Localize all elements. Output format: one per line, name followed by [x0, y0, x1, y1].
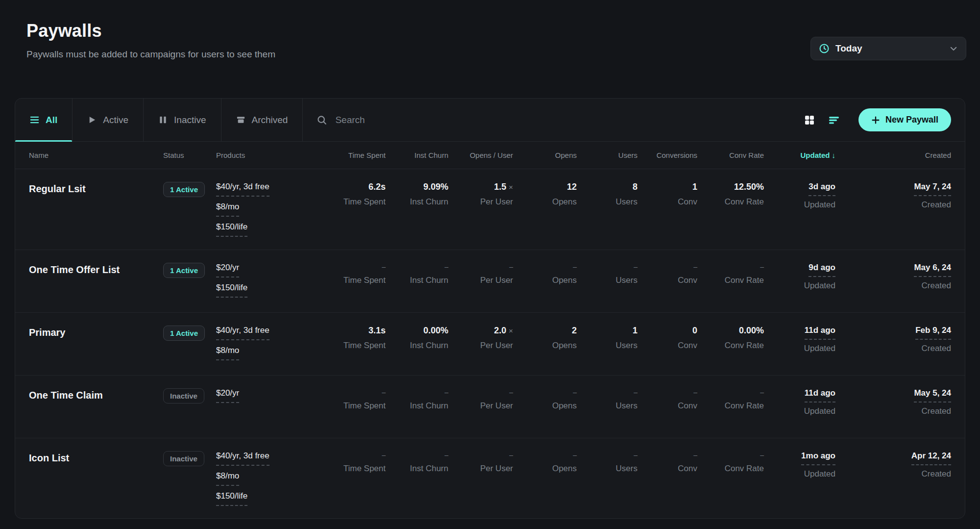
table-row[interactable]: Regular Lsit 1 Active $40/yr, 3d free $8…: [15, 169, 965, 250]
tab-archived[interactable]: Archived: [221, 99, 303, 141]
product-item[interactable]: $20/yr: [216, 263, 239, 277]
users-cell: – Users: [577, 388, 637, 411]
col-updated[interactable]: Updated↓: [764, 151, 835, 159]
times-symbol: ×: [509, 327, 513, 335]
toolbar: All Active Inactive Archived: [15, 99, 965, 142]
time-spent-cell: – Time Spent: [312, 263, 386, 285]
grid-view-icon[interactable]: [799, 109, 820, 131]
updated-cell: 11d ago Updated: [764, 388, 835, 416]
conversions-cell: 1 Conv: [637, 182, 697, 207]
sort-desc-icon: ↓: [832, 151, 836, 159]
opens-cell: 2 Opens: [513, 326, 577, 351]
users-cell: 8 Users: [577, 182, 637, 207]
product-item[interactable]: $8/mo: [216, 346, 239, 360]
col-products[interactable]: Products: [216, 151, 312, 159]
product-item[interactable]: $40/yr, 3d free: [216, 182, 270, 197]
opens-cell: 12 Opens: [513, 182, 577, 207]
opens-cell: – Opens: [513, 263, 577, 285]
updated-cell: 11d ago Updated: [764, 326, 835, 353]
paywall-name[interactable]: Primary: [29, 326, 163, 338]
opens-cell: – Opens: [513, 451, 577, 474]
time-spent-cell: – Time Spent: [312, 451, 386, 474]
opens-per-user-cell: – Per User: [448, 388, 513, 411]
table-header: Name Status Products Time Spent Inst Chu…: [15, 142, 965, 169]
conv-rate-cell: – Conv Rate: [697, 451, 764, 474]
col-conv-rate[interactable]: Conv Rate: [697, 151, 764, 159]
opens-per-user-cell: – Per User: [448, 263, 513, 285]
archive-icon: [236, 115, 245, 125]
status-badge: 1 Active: [163, 326, 205, 341]
updated-cell: 9d ago Updated: [764, 263, 835, 291]
page-subtitle: Paywalls must be added to campaigns for …: [26, 49, 275, 60]
times-symbol: ×: [509, 183, 513, 191]
date-range-dropdown[interactable]: Today: [810, 37, 966, 60]
col-time-spent[interactable]: Time Spent: [312, 151, 386, 159]
col-users[interactable]: Users: [577, 151, 637, 159]
search-box: [303, 99, 799, 141]
time-spent-cell: – Time Spent: [312, 388, 386, 411]
opens-per-user-cell: – Per User: [448, 451, 513, 474]
col-name[interactable]: Name: [29, 151, 163, 159]
time-spent-cell: 6.2s Time Spent: [312, 182, 386, 207]
product-item[interactable]: $150/life: [216, 283, 247, 298]
created-cell: Feb 9, 24 Created: [835, 326, 951, 353]
paywall-name[interactable]: Regular Lsit: [29, 182, 163, 195]
opens-cell: – Opens: [513, 388, 577, 411]
paywall-name[interactable]: Icon List: [29, 451, 163, 464]
created-cell: May 7, 24 Created: [835, 182, 951, 210]
conv-rate-cell: – Conv Rate: [697, 388, 764, 411]
inst-churn-cell: 0.00% Inst Churn: [386, 326, 448, 351]
products-cell: $20/yr $150/life: [216, 263, 312, 298]
clock-icon: [819, 43, 830, 54]
search-icon: [317, 115, 327, 126]
products-cell: $40/yr, 3d free $8/mo $150/life: [216, 451, 312, 506]
col-created[interactable]: Created: [835, 151, 951, 159]
search-input[interactable]: [335, 115, 785, 126]
col-status[interactable]: Status: [163, 151, 216, 159]
tab-inactive[interactable]: Inactive: [144, 99, 221, 141]
page-header: Paywalls Paywalls must be added to campa…: [26, 21, 275, 60]
products-cell: $40/yr, 3d free $8/mo $150/life: [216, 182, 312, 237]
updated-cell: 1mo ago Updated: [764, 451, 835, 479]
list-view-icon[interactable]: [823, 109, 845, 131]
opens-per-user-cell: 1.5× Per User: [448, 182, 513, 207]
inst-churn-cell: – Inst Churn: [386, 263, 448, 285]
paywall-name[interactable]: One Time Offer List: [29, 263, 163, 276]
col-opens-user[interactable]: Opens / User: [448, 151, 513, 159]
inst-churn-cell: 9.09% Inst Churn: [386, 182, 448, 207]
product-item[interactable]: $150/life: [216, 491, 247, 506]
product-item[interactable]: $20/yr: [216, 388, 239, 403]
users-cell: 1 Users: [577, 326, 637, 351]
table-row[interactable]: One Time Claim Inactive $20/yr – Time Sp…: [15, 376, 965, 438]
table-row[interactable]: Icon List Inactive $40/yr, 3d free $8/mo…: [15, 438, 965, 519]
conversions-cell: – Conv: [637, 263, 697, 285]
tab-inactive-label: Inactive: [174, 115, 206, 126]
status-badge: Inactive: [163, 388, 204, 403]
list-icon: [30, 115, 39, 125]
paywall-name[interactable]: One Time Claim: [29, 388, 163, 401]
opens-per-user-cell: 2.0× Per User: [448, 326, 513, 351]
col-conversions[interactable]: Conversions: [637, 151, 697, 159]
products-cell: $40/yr, 3d free $8/mo: [216, 326, 312, 360]
users-cell: – Users: [577, 451, 637, 474]
tab-all[interactable]: All: [15, 99, 73, 141]
product-item[interactable]: $40/yr, 3d free: [216, 451, 270, 466]
created-cell: May 5, 24 Created: [835, 388, 951, 416]
product-item[interactable]: $150/life: [216, 222, 247, 237]
product-item[interactable]: $8/mo: [216, 202, 239, 217]
col-inst-churn[interactable]: Inst Churn: [386, 151, 448, 159]
status-badge: 1 Active: [163, 263, 205, 278]
inst-churn-cell: – Inst Churn: [386, 451, 448, 474]
tab-all-label: All: [46, 115, 57, 126]
tab-active[interactable]: Active: [73, 99, 144, 141]
users-cell: – Users: [577, 263, 637, 285]
table-row[interactable]: One Time Offer List 1 Active $20/yr $150…: [15, 250, 965, 313]
product-item[interactable]: $40/yr, 3d free: [216, 326, 270, 340]
status-badge: 1 Active: [163, 182, 205, 197]
product-item[interactable]: $8/mo: [216, 471, 239, 486]
col-opens[interactable]: Opens: [513, 151, 577, 159]
table-row[interactable]: Primary 1 Active $40/yr, 3d free $8/mo 3…: [15, 313, 965, 376]
time-spent-cell: 3.1s Time Spent: [312, 326, 386, 351]
created-cell: May 6, 24 Created: [835, 263, 951, 291]
new-paywall-button[interactable]: New Paywall: [858, 108, 951, 131]
